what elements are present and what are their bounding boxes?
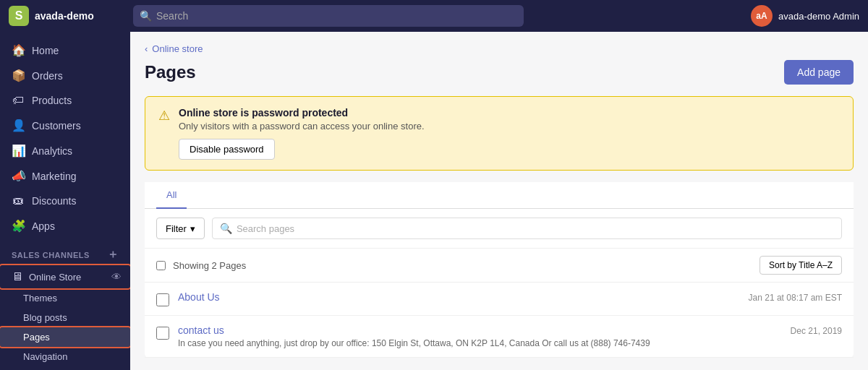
sidebar-label-orders: Orders [32, 70, 63, 82]
home-icon: 🏠 [12, 43, 25, 57]
sidebar-label-home: Home [32, 45, 59, 56]
alert-description: Only visitors with a password can access… [179, 121, 840, 132]
sidebar-label-products: Products [32, 95, 72, 106]
sidebar-label-analytics: Analytics [32, 145, 72, 157]
sidebar-item-orders[interactable]: 📦 Orders [0, 63, 130, 88]
disable-password-button[interactable]: Disable password [179, 139, 275, 160]
table-row: contact us In case you need anything, ju… [145, 316, 854, 358]
store-name: avada-demo [35, 10, 94, 22]
search-pages-input[interactable] [237, 223, 834, 234]
row-content-contact-us: contact us In case you need anything, ju… [178, 324, 782, 348]
sidebar-item-online-store[interactable]: 🖥 Online Store 👁 [0, 265, 130, 288]
sort-button[interactable]: Sort by Title A–Z [760, 256, 842, 275]
sidebar-label-discounts: Discounts [32, 195, 76, 207]
search-input[interactable] [133, 5, 524, 27]
admin-name: avada-demo Admin [778, 11, 859, 22]
page-date-about-us: Jan 21 at 08:17 am EST [749, 293, 842, 303]
page-title: Pages [145, 62, 196, 82]
online-store-icon: 🖥 [12, 270, 23, 283]
sidebar-sub-blog-posts[interactable]: Blog posts [0, 308, 130, 327]
blog-posts-label: Blog posts [23, 312, 67, 323]
add-page-button[interactable]: Add page [784, 60, 854, 85]
main-content: ‹ Online store Pages Add page ⚠ Online s… [130, 32, 868, 370]
themes-label: Themes [23, 293, 57, 304]
sidebar: 🏠 Home 📦 Orders 🏷 Products 👤 Customers 📊… [0, 32, 130, 370]
sidebar-label-customers: Customers [32, 120, 81, 132]
page-desc-contact-us: In case you need anything, just drop by … [178, 338, 782, 348]
breadcrumb[interactable]: ‹ Online store [145, 43, 854, 54]
sidebar-item-products[interactable]: 🏷 Products [0, 88, 130, 113]
sidebar-sub-themes[interactable]: Themes [0, 288, 130, 308]
sidebar-item-apps[interactable]: 🧩 Apps [0, 213, 130, 238]
search-pages-input-wrap[interactable]: 🔍 [212, 218, 842, 239]
sales-channels-header: SALES CHANNELS ＋ [0, 238, 130, 265]
password-alert-banner: ⚠ Online store is password protected Onl… [145, 96, 854, 171]
discounts-icon: 🎟 [12, 194, 25, 207]
pages-table-card: All Filter ▾ 🔍 Showing 2 Page [145, 182, 854, 358]
products-icon: 🏷 [12, 94, 25, 107]
customers-icon: 👤 [12, 119, 25, 132]
content-wrapper: ‹ Online store Pages Add page ⚠ Online s… [130, 32, 868, 369]
filter-row: Filter ▾ 🔍 [145, 209, 854, 249]
showing-count: Showing 2 Pages [173, 260, 760, 271]
top-navigation: S avada-demo 🔍 aA avada-demo Admin [0, 0, 868, 32]
search-pages-icon: 🔍 [220, 223, 232, 234]
breadcrumb-chevron: ‹ [145, 43, 148, 54]
avatar[interactable]: aA [751, 5, 773, 27]
online-store-label: Online Store [29, 272, 81, 283]
shopify-icon: S [9, 6, 29, 26]
app-layout: 🏠 Home 📦 Orders 🏷 Products 👤 Customers 📊… [0, 32, 868, 370]
pages-label: Pages [23, 332, 50, 343]
sales-channels-label: SALES CHANNELS [12, 251, 90, 259]
sidebar-item-marketing[interactable]: 📣 Marketing [0, 163, 130, 189]
sidebar-item-customers[interactable]: 👤 Customers [0, 113, 130, 138]
sidebar-item-discounts[interactable]: 🎟 Discounts [0, 189, 130, 213]
breadcrumb-parent: Online store [152, 43, 203, 54]
table-row: About Us Jan 21 at 08:17 am EST [145, 283, 854, 316]
page-title-row: Pages Add page [145, 60, 854, 85]
table-header: Showing 2 Pages Sort by Title A–Z [145, 249, 854, 283]
page-title-about-us[interactable]: About Us [178, 291, 740, 303]
orders-icon: 📦 [12, 69, 25, 82]
filter-button[interactable]: Filter ▾ [156, 218, 205, 239]
sidebar-item-analytics[interactable]: 📊 Analytics [0, 138, 130, 163]
sidebar-sub-navigation[interactable]: Navigation [0, 347, 130, 366]
search-icon: 🔍 [140, 10, 152, 22]
select-all-checkbox[interactable] [156, 261, 166, 270]
add-sales-channel-button[interactable]: ＋ [107, 247, 119, 262]
alert-content: Online store is password protected Only … [179, 107, 840, 160]
tab-all[interactable]: All [156, 182, 187, 209]
search-bar[interactable]: 🔍 [133, 5, 524, 27]
filter-chevron-icon: ▾ [190, 223, 195, 234]
sidebar-item-home[interactable]: 🏠 Home [0, 38, 130, 63]
page-title-contact-us[interactable]: contact us [178, 324, 782, 336]
nav-right: aA avada-demo Admin [751, 5, 859, 27]
analytics-icon: 📊 [12, 144, 25, 158]
sidebar-sub-pages[interactable]: Pages [0, 327, 130, 347]
alert-icon: ⚠ [158, 108, 170, 124]
page-date-contact-us: Dec 21, 2019 [791, 326, 842, 336]
marketing-icon: 📣 [12, 169, 25, 183]
navigation-label: Navigation [23, 351, 67, 362]
row-checkbox-about-us[interactable] [156, 293, 169, 306]
brand-logo[interactable]: S avada-demo [9, 6, 124, 26]
online-store-visibility-icon[interactable]: 👁 [111, 271, 122, 283]
alert-title: Online store is password protected [179, 107, 840, 119]
apps-icon: 🧩 [12, 219, 25, 233]
sidebar-label-apps: Apps [32, 220, 55, 232]
tabs-bar: All [145, 182, 854, 209]
filter-label: Filter [166, 223, 187, 234]
sidebar-label-marketing: Marketing [32, 171, 76, 182]
row-content-about-us: About Us [178, 291, 740, 303]
online-store-left: 🖥 Online Store [12, 270, 81, 283]
row-checkbox-contact-us[interactable] [156, 327, 169, 340]
sidebar-sub-domains[interactable]: Domains [0, 366, 130, 370]
